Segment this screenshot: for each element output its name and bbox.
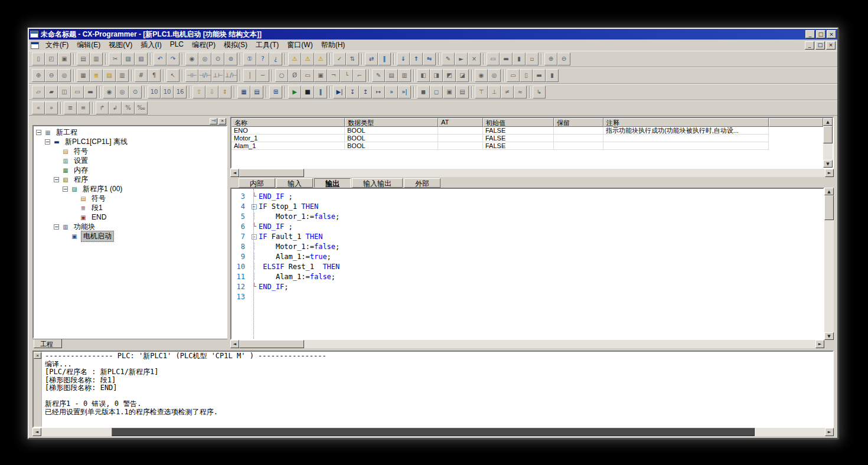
code-text[interactable]: Motor_1:=false; bbox=[259, 243, 340, 251]
collapse-icon[interactable]: − bbox=[252, 204, 257, 209]
cell[interactable] bbox=[554, 135, 603, 142]
display-decimal-button[interactable]: 10 bbox=[148, 86, 161, 99]
tab-external[interactable]: 外部 bbox=[404, 178, 440, 188]
step-over-button[interactable]: ↦ bbox=[372, 86, 385, 99]
output-hscroll-thumb[interactable] bbox=[112, 428, 754, 436]
diff-monitor-button[interactable]: ≈ bbox=[514, 86, 527, 99]
view-list-button[interactable]: ≣ bbox=[64, 101, 77, 114]
paste-button[interactable]: ▧ bbox=[135, 53, 148, 66]
cut-button[interactable]: ✂ bbox=[109, 53, 122, 66]
child-minimize-button[interactable]: _ bbox=[805, 41, 814, 50]
cascade-button[interactable]: ▰ bbox=[45, 86, 58, 99]
copy-button[interactable]: ▨ bbox=[122, 53, 135, 66]
tree-item-project-root[interactable]: −▦新工程 bbox=[36, 127, 226, 137]
memory-window-button[interactable]: ◪ bbox=[456, 69, 469, 82]
code-text[interactable]: IF Stop_1 THEN bbox=[259, 202, 318, 211]
tab-input[interactable]: 输入 bbox=[276, 178, 313, 188]
output-scroll-right-button[interactable]: ► bbox=[825, 428, 834, 436]
settings-window-button[interactable]: ◩ bbox=[443, 69, 456, 82]
cell[interactable] bbox=[438, 127, 483, 135]
replace-button[interactable]: ⊙ bbox=[211, 53, 224, 66]
tree-item-section-end[interactable]: ▣END bbox=[36, 212, 226, 222]
scroll-down-button[interactable]: ▼ bbox=[823, 160, 833, 168]
compare-button[interactable]: ⇋ bbox=[423, 53, 436, 66]
tree-item-programs[interactable]: −▧程序 bbox=[36, 175, 226, 184]
force-off-button[interactable]: ⊥ bbox=[488, 86, 501, 99]
tree-item-section1[interactable]: ≣段1 bbox=[36, 203, 226, 212]
column-header-4[interactable]: 保留 bbox=[554, 118, 603, 127]
breakpoint-clear-all-button[interactable]: ▣ bbox=[443, 86, 456, 99]
cell[interactable]: BOOL bbox=[345, 135, 438, 142]
tree-item-function-blocks[interactable]: −▥功能块 bbox=[36, 222, 226, 231]
editor-scroll-up-button[interactable]: ▲ bbox=[824, 188, 834, 195]
rung-number-button[interactable]: # bbox=[135, 69, 148, 82]
show-grid-button[interactable]: ▦ bbox=[77, 69, 90, 82]
vscroll-track[interactable] bbox=[823, 126, 833, 160]
vertical-line-button[interactable]: │ bbox=[243, 69, 256, 82]
editor-vscroll-thumb[interactable] bbox=[824, 195, 834, 220]
fb-invoke-button[interactable]: ▣ bbox=[314, 69, 327, 82]
child-close-button[interactable]: × bbox=[826, 41, 836, 50]
select-tool-button[interactable]: ↖ bbox=[167, 69, 180, 82]
fold-marker[interactable]: − bbox=[250, 203, 259, 209]
panel-dock-button[interactable]: ⊣ bbox=[210, 118, 217, 125]
force-set-button[interactable]: ↱ bbox=[96, 101, 109, 114]
zoom-out-tool-button[interactable]: ⊖ bbox=[45, 69, 58, 82]
window-4-button[interactable]: ▮ bbox=[546, 69, 559, 82]
display-signed-button[interactable]: 10 bbox=[161, 86, 174, 99]
symbols-window-button[interactable]: ◧ bbox=[417, 69, 430, 82]
collapse-box-icon[interactable]: − bbox=[54, 177, 59, 182]
run-to-cursor-button[interactable]: »| bbox=[398, 86, 411, 99]
instruction-button[interactable]: ▭ bbox=[301, 69, 314, 82]
st-code-editor[interactable]: 3└END_IF ;4−IF Stop_1 THEN5┆ Motor_1:=fa… bbox=[230, 188, 824, 340]
step-out-button[interactable]: ↥ bbox=[359, 86, 372, 99]
down-differentiate-button[interactable]: ⇩ bbox=[205, 86, 218, 99]
code-text[interactable]: Alam_1:=true; bbox=[259, 253, 331, 261]
menu-help[interactable]: 帮助(H) bbox=[317, 40, 350, 51]
zoom-tool-button[interactable]: ⊕ bbox=[32, 69, 45, 82]
child-restore-button[interactable]: □ bbox=[815, 41, 825, 50]
rung-comment-button[interactable]: ≣ bbox=[90, 69, 103, 82]
menu-tools[interactable]: 工具(T) bbox=[252, 40, 283, 51]
force-cancel-button[interactable]: ≠ bbox=[501, 86, 514, 99]
new-file-button[interactable]: ▯ bbox=[32, 53, 45, 66]
pause-monitor-button[interactable]: ‖ bbox=[378, 53, 391, 66]
st-edit-button[interactable]: ▥ bbox=[398, 69, 411, 82]
help-button[interactable]: ? bbox=[256, 53, 269, 66]
coil-button[interactable]: ○ bbox=[275, 69, 288, 82]
table-row[interactable]: Motor_1BOOLFALSE bbox=[231, 135, 823, 142]
editor-hscroll-thumb[interactable] bbox=[239, 340, 304, 348]
cell[interactable] bbox=[603, 142, 769, 150]
time-chart-button[interactable]: ▤ bbox=[250, 86, 263, 99]
output-scroll-left-button[interactable]: ◄ bbox=[32, 428, 41, 436]
find-next-button[interactable]: ◎ bbox=[198, 53, 211, 66]
close-button[interactable]: × bbox=[827, 30, 836, 38]
variable-table-vscrollbar[interactable]: ▲ ▼ bbox=[823, 118, 833, 168]
code-text[interactable]: Alam_1:=false; bbox=[259, 273, 335, 281]
delete-line-button[interactable]: ⌐ bbox=[353, 69, 366, 82]
upload-button[interactable]: ⇑ bbox=[410, 53, 423, 66]
print-button[interactable]: ▤ bbox=[77, 53, 90, 66]
code-text[interactable]: END_IF ; bbox=[259, 192, 293, 201]
tree-item-program1-symbols[interactable]: ▤符号 bbox=[36, 194, 226, 203]
program-check-button[interactable]: ✓ bbox=[333, 53, 346, 66]
compile-program-button[interactable]: ⚠ bbox=[301, 53, 314, 66]
tree-item-plc[interactable]: −▬新PLC1[CP1L] 离线 bbox=[36, 137, 226, 146]
tree-item-symbols[interactable]: ▤符号 bbox=[36, 146, 226, 156]
tab-project[interactable]: 工程 bbox=[34, 339, 62, 348]
maximize-button[interactable]: □ bbox=[816, 30, 825, 38]
menu-insert[interactable]: 插入(I) bbox=[136, 40, 165, 51]
monitor-ff-button[interactable]: ▤ bbox=[456, 86, 469, 99]
address-bar-button[interactable]: ¶ bbox=[148, 69, 161, 82]
display-hex-button[interactable]: 16 bbox=[174, 86, 187, 99]
connector-button[interactable]: └ bbox=[340, 69, 353, 82]
scroll-left-button[interactable]: ◄ bbox=[230, 169, 239, 177]
monitor-bar-button[interactable]: ▤ bbox=[103, 69, 116, 82]
horizontal-line-button[interactable]: ─ bbox=[256, 69, 269, 82]
pause-button[interactable]: ‖ bbox=[314, 86, 327, 99]
cell[interactable]: BOOL bbox=[345, 127, 438, 135]
step-in-button[interactable]: ↧ bbox=[346, 86, 359, 99]
table-row[interactable]: Alam_1BOOLFALSE bbox=[231, 142, 823, 150]
return-button[interactable]: ↳ bbox=[533, 86, 546, 99]
editor-scroll-left-button[interactable]: ◄ bbox=[230, 340, 239, 348]
